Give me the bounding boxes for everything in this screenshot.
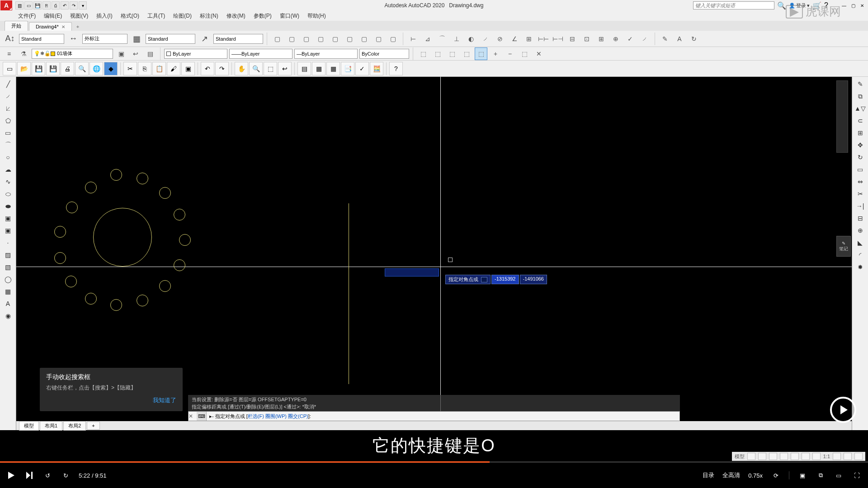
menu-dimension[interactable]: 标注(N) — [200, 12, 218, 20]
zoom-window2-icon[interactable]: ⬚ — [264, 62, 277, 75]
layer-state-icon[interactable]: ▤ — [144, 47, 156, 60]
toolpalettes-icon[interactable]: ▦ — [326, 62, 340, 75]
menu-modify[interactable]: 修改(M) — [226, 12, 245, 20]
qat-open-icon[interactable]: ▭ — [24, 1, 33, 9]
break-icon[interactable]: ⊟ — [855, 213, 866, 224]
chamfer-icon[interactable]: ◣ — [855, 237, 866, 248]
table-style-combo[interactable]: Standard — [146, 34, 195, 44]
blockeditor-icon[interactable]: ▣ — [181, 62, 195, 75]
quickcalc-icon[interactable]: 🧮 — [370, 62, 383, 75]
dim-jogged-icon[interactable]: ⟋ — [479, 33, 492, 45]
help2-icon[interactable]: ? — [389, 62, 403, 75]
zoom-dynamic-icon[interactable]: ⬚ — [431, 47, 444, 60]
qat-new-icon[interactable]: ▥ — [15, 1, 24, 9]
extend-icon[interactable]: →| — [855, 201, 866, 211]
menu-tools[interactable]: 工具(T) — [147, 12, 165, 20]
dim-break-icon[interactable]: ⊡ — [580, 33, 593, 45]
erase-icon[interactable]: ✎ — [855, 79, 866, 89]
theater-icon[interactable]: ▭ — [834, 470, 844, 480]
dim-space-icon[interactable]: ⊟ — [566, 33, 579, 45]
tab-layout1[interactable]: 布局1 — [40, 421, 62, 431]
zoom-all-icon[interactable]: ⬚ — [518, 47, 531, 60]
region-icon[interactable]: ◯ — [3, 274, 14, 285]
qat-more-icon[interactable]: ▾ — [79, 1, 87, 9]
command-input[interactable]: ✕ ⌨ ▸- 指定对角点或 [栏选(F) 圈围(WP) 圈交(CP)]: — [188, 411, 680, 421]
zoom-in-icon[interactable]: + — [489, 47, 502, 60]
tab-model[interactable]: 模型 — [19, 421, 39, 431]
next-button[interactable] — [24, 470, 34, 480]
zoom-out-icon[interactable]: − — [504, 47, 516, 60]
qat-plot-icon[interactable]: ⎙ — [52, 1, 60, 9]
insert-icon[interactable]: ▣ — [3, 213, 14, 224]
layer5-icon[interactable]: ▢ — [329, 33, 341, 45]
status-ortho-icon[interactable] — [769, 453, 777, 460]
layer-filter-icon[interactable]: ⚗ — [17, 47, 30, 60]
mleader-style-icon[interactable]: ↗ — [197, 32, 212, 46]
menu-help[interactable]: 帮助(H) — [307, 12, 326, 20]
close-button[interactable]: ✕ — [858, 2, 866, 9]
layer1-icon[interactable]: ▢ — [271, 33, 283, 45]
minimize-button[interactable]: — — [840, 2, 848, 9]
layer8-icon[interactable]: ▢ — [372, 33, 385, 45]
dim-arc-icon[interactable]: ⌒ — [436, 33, 448, 45]
cut-icon[interactable]: ✂ — [123, 62, 137, 75]
status-grid-icon[interactable] — [747, 453, 755, 460]
join-icon[interactable]: ⊕ — [855, 225, 866, 236]
sheetset-icon[interactable]: 📑 — [341, 62, 354, 75]
zoom-window-icon[interactable]: ⬚ — [417, 47, 429, 60]
save-icon[interactable]: 💾 — [32, 62, 45, 75]
explode-icon[interactable]: ✸ — [855, 262, 866, 272]
stretch-icon[interactable]: ⇔ — [855, 176, 866, 187]
arc-icon[interactable]: ⌒ — [3, 140, 14, 150]
layer-manager-icon[interactable]: ≡ — [3, 47, 15, 60]
properties-icon[interactable]: ▤ — [297, 62, 311, 75]
forward15-icon[interactable]: ↻ — [61, 470, 71, 480]
menu-format[interactable]: 格式(O) — [121, 12, 139, 20]
pan-icon[interactable]: ✋ — [235, 62, 248, 75]
makeblock-icon[interactable]: ▣ — [3, 225, 14, 236]
menu-edit[interactable]: 编辑(E) — [44, 12, 62, 20]
search-input[interactable] — [693, 1, 774, 9]
hatch-icon[interactable]: ▨ — [3, 249, 14, 260]
fullscreen-icon[interactable]: ⛶ — [852, 470, 862, 480]
dim-radius-icon[interactable]: ◐ — [465, 33, 477, 45]
dim-aligned-icon[interactable]: ⊿ — [421, 33, 434, 45]
layer3-icon[interactable]: ▢ — [300, 33, 312, 45]
loop-icon[interactable]: ⟳ — [771, 470, 781, 480]
dim-style-icon[interactable]: ↔ — [66, 32, 80, 46]
dyn-y-input[interactable]: -1491066 — [520, 275, 547, 284]
text-style-icon[interactable]: A↕ — [3, 32, 17, 46]
xline-icon[interactable]: ⟋ — [3, 91, 14, 102]
layer6-icon[interactable]: ▢ — [343, 33, 356, 45]
dim-style-combo[interactable]: 外标注 — [82, 34, 127, 44]
status-custom-icon[interactable] — [854, 453, 863, 460]
dim-tolerance-icon[interactable]: ⊞ — [595, 33, 608, 45]
tab-layout2[interactable]: 布局2 — [63, 421, 86, 431]
layer7-icon[interactable]: ▢ — [358, 33, 370, 45]
qat-saveas-icon[interactable]: ⎘ — [42, 1, 51, 9]
dyn-options-icon[interactable] — [481, 277, 487, 282]
paste-icon[interactable]: 📋 — [152, 62, 166, 75]
layer-combo[interactable]: 💡❄🔓01墙体 — [32, 49, 113, 59]
app-logo[interactable]: A — [0, 0, 12, 10]
status-osnap-icon[interactable] — [791, 453, 799, 460]
layer4-icon[interactable]: ▢ — [314, 33, 327, 45]
qat-save-icon[interactable]: 💾 — [33, 1, 42, 9]
zoom-object-icon[interactable]: ⬚ — [475, 47, 487, 60]
array-icon[interactable]: ⊞ — [855, 127, 866, 138]
dim-update-icon[interactable]: ↻ — [688, 33, 700, 45]
polyline-icon[interactable]: ⟀ — [3, 103, 14, 114]
mleader-style-combo[interactable]: Standard — [213, 34, 263, 44]
fillet-icon[interactable]: ◜ — [855, 249, 866, 260]
layer2-icon[interactable]: ▢ — [285, 33, 298, 45]
undo-icon[interactable]: ↶ — [201, 62, 214, 75]
zoom-previous-icon[interactable]: ↩ — [278, 62, 292, 75]
canvas[interactable]: 指定对角点或 -1315392 -1491066 ✎笔记 手动收起搜索框 右键任… — [16, 77, 852, 430]
cmd-close-icon[interactable]: ✕ — [189, 413, 197, 419]
tab-current[interactable]: Drawing4*✕ — [29, 22, 72, 31]
speed-button[interactable]: 0.75x — [748, 472, 763, 479]
mtext-icon[interactable]: A — [3, 298, 14, 309]
designcenter-icon[interactable]: ▦ — [312, 62, 326, 75]
gradient-icon[interactable]: ▧ — [3, 262, 14, 272]
linetype-combo[interactable]: —— ByLayer — [229, 49, 292, 59]
